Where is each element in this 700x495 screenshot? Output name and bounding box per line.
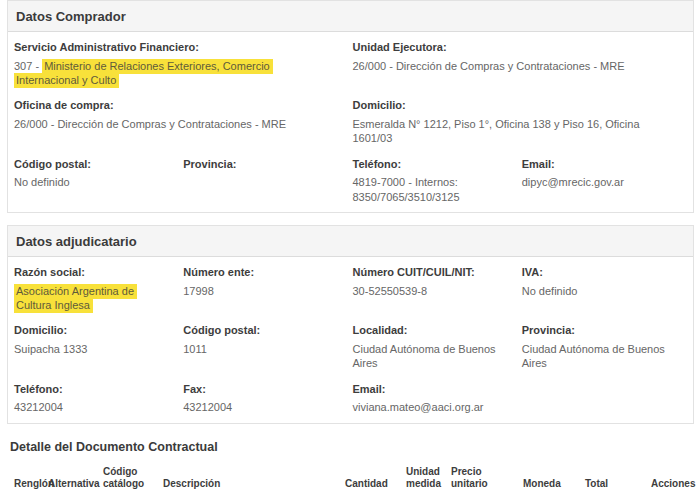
field-fax: Fax: 43212004 xyxy=(183,383,348,415)
field-iva-value: No definido xyxy=(522,284,687,298)
detail-header-row: Renglón Alternativa Código catálogo Desc… xyxy=(10,466,695,495)
field-awardee-email-value: viviana.mateo@aaci.org.ar xyxy=(353,400,518,414)
col-header-precio-unitario: Precio unitario xyxy=(451,466,523,495)
field-buyer-cp-label: Código postal: xyxy=(14,158,179,172)
field-iva: IVA: No definido xyxy=(522,266,687,312)
field-numero-ente: Número ente: 17998 xyxy=(183,266,348,312)
field-localidad-value: Ciudad Autónoma de Buenos Aires xyxy=(353,342,518,371)
field-buyer-provincia-label: Provincia: xyxy=(183,158,348,172)
col-header-unidad-medida: Unidad medida xyxy=(406,466,451,495)
col-header-codigo-catalogo: Código catálogo xyxy=(103,466,163,495)
field-razon-value: Asociación Argentina de Cultura Inglesa xyxy=(14,284,164,313)
buyer-panel: Datos Comprador Servicio Administrativo … xyxy=(7,0,694,213)
field-buyer-telefono: Teléfono: 4819-7000 - Internos: 8350/706… xyxy=(353,158,518,204)
field-buyer-email: Email: dipyc@mrecic.gov.ar xyxy=(522,158,687,204)
awardee-panel-body: Razón social: Asociación Argentina de Cu… xyxy=(8,257,693,423)
field-oficina-value: 26/000 - Dirección de Compras y Contrata… xyxy=(14,117,349,131)
field-awardee-email-label: Email: xyxy=(353,383,518,397)
field-awardee-codigo-postal: Código postal: 1011 xyxy=(183,324,348,370)
field-buyer-telefono-value: 4819-7000 - Internos: 8350/7065/3510/312… xyxy=(353,175,513,204)
field-saf: Servicio Administrativo Financiero: 307 … xyxy=(14,41,349,87)
contract-detail-title: Detalle del Documento Contractual xyxy=(10,440,694,454)
field-ente-label: Número ente: xyxy=(183,266,348,280)
field-razon-highlighted-text: Asociación Argentina de Cultura Inglesa xyxy=(14,284,137,313)
field-buyer-domicilio-value: Esmeralda N° 1212, Piso 1°, Oficina 138 … xyxy=(353,117,688,146)
field-saf-value: 307 - Ministerio de Relaciones Exteriore… xyxy=(14,59,349,88)
field-localidad-label: Localidad: xyxy=(353,324,518,338)
field-saf-label: Servicio Administrativo Financiero: xyxy=(14,41,349,55)
field-buyer-domicilio-label: Domicilio: xyxy=(353,99,688,113)
field-cuit-label: Número CUIT/CUIL/NIT: xyxy=(353,266,518,280)
awardee-panel-header: Datos adjudicatario xyxy=(8,226,693,257)
field-awardee-domicilio: Domicilio: Suipacha 1333 xyxy=(14,324,179,370)
field-buyer-provincia: Provincia: xyxy=(183,158,348,204)
awardee-panel: Datos adjudicatario Razón social: Asocia… xyxy=(7,225,694,424)
field-unidad-label: Unidad Ejecutora: xyxy=(353,41,688,55)
contract-detail-section: Detalle del Documento Contractual Rengló… xyxy=(10,440,694,495)
field-empty-cell xyxy=(522,383,687,415)
field-unidad-value: 26/000 - Dirección de Compras y Contrata… xyxy=(353,59,688,73)
field-cuit: Número CUIT/CUIL/NIT: 30-52550539-8 xyxy=(353,266,518,312)
field-awardee-telefono-value: 43212004 xyxy=(14,400,179,414)
field-awardee-cp-label: Código postal: xyxy=(183,324,348,338)
awardee-panel-title: Datos adjudicatario xyxy=(16,234,137,249)
col-header-alternativa: Alternativa xyxy=(48,466,103,495)
field-oficina-compra: Oficina de compra: 26/000 - Dirección de… xyxy=(14,99,349,145)
field-saf-highlighted-text: Ministerio de Relaciones Exteriores, Com… xyxy=(14,59,273,88)
field-saf-prefix: 307 - xyxy=(14,60,42,72)
field-localidad: Localidad: Ciudad Autónoma de Buenos Air… xyxy=(353,324,518,370)
field-iva-label: IVA: xyxy=(522,266,687,280)
field-cuit-value: 30-52550539-8 xyxy=(353,284,518,298)
field-awardee-telefono-label: Teléfono: xyxy=(14,383,179,397)
field-fax-label: Fax: xyxy=(183,383,348,397)
col-header-descripcion: Descripción xyxy=(163,466,345,495)
field-awardee-domicilio-label: Domicilio: xyxy=(14,324,179,338)
field-buyer-email-value: dipyc@mrecic.gov.ar xyxy=(522,175,687,189)
field-buyer-telefono-label: Teléfono: xyxy=(353,158,518,172)
field-razon-label: Razón social: xyxy=(14,266,179,280)
field-awardee-provincia-value: Ciudad Autónoma de Buenos Aires xyxy=(522,342,687,371)
field-awardee-domicilio-value: Suipacha 1333 xyxy=(14,342,179,356)
buyer-panel-title: Datos Comprador xyxy=(16,9,126,24)
buyer-panel-body: Servicio Administrativo Financiero: 307 … xyxy=(8,32,693,212)
field-razon-social: Razón social: Asociación Argentina de Cu… xyxy=(14,266,179,312)
field-ente-value: 17998 xyxy=(183,284,348,298)
col-header-moneda: Moneda xyxy=(523,466,585,495)
field-buyer-codigo-postal: Código postal: No definido xyxy=(14,158,179,204)
field-awardee-cp-value: 1011 xyxy=(183,342,348,356)
col-header-total: Total xyxy=(585,466,651,495)
contract-detail-table: Renglón Alternativa Código catálogo Desc… xyxy=(10,466,695,495)
col-header-cantidad: Cantidad xyxy=(345,466,406,495)
col-header-renglon: Renglón xyxy=(10,466,48,495)
field-awardee-provincia-label: Provincia: xyxy=(522,324,687,338)
field-buyer-email-label: Email: xyxy=(522,158,687,172)
col-header-acciones: Acciones xyxy=(651,466,695,495)
field-awardee-email: Email: viviana.mateo@aaci.org.ar xyxy=(353,383,518,415)
field-awardee-telefono: Teléfono: 43212004 xyxy=(14,383,179,415)
field-oficina-label: Oficina de compra: xyxy=(14,99,349,113)
field-buyer-cp-value: No definido xyxy=(14,175,179,189)
field-awardee-provincia: Provincia: Ciudad Autónoma de Buenos Air… xyxy=(522,324,687,370)
buyer-panel-header: Datos Comprador xyxy=(8,1,693,32)
field-buyer-domicilio: Domicilio: Esmeralda N° 1212, Piso 1°, O… xyxy=(353,99,688,145)
field-fax-value: 43212004 xyxy=(183,400,348,414)
field-unidad-ejecutora: Unidad Ejecutora: 26/000 - Dirección de … xyxy=(353,41,688,87)
